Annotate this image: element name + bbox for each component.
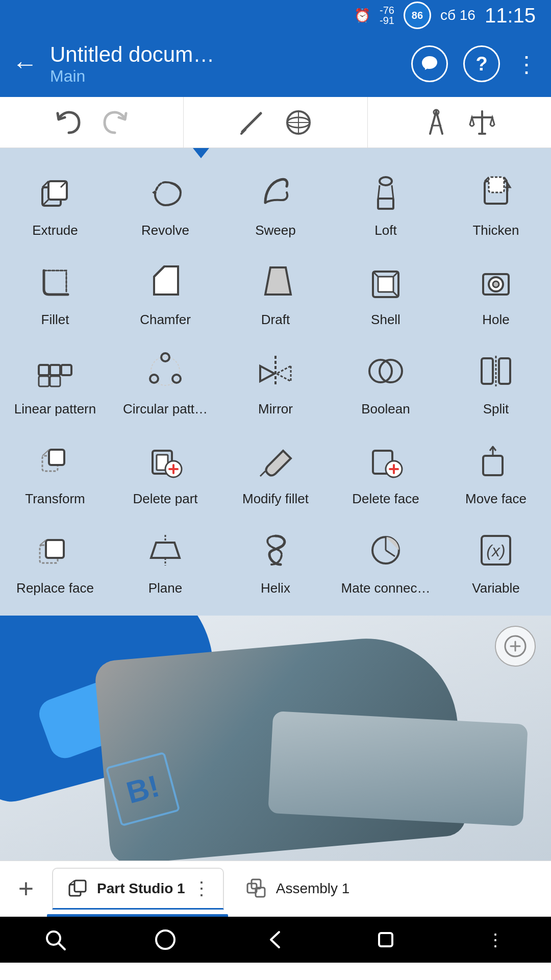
svg-rect-23 xyxy=(489,177,504,192)
feature-linear-pattern[interactable]: Linear pattern xyxy=(0,337,110,426)
undo-button[interactable] xyxy=(51,105,87,140)
svg-marker-49 xyxy=(277,366,291,381)
linear-pattern-icon xyxy=(32,348,78,394)
feature-sweep[interactable]: Sweep xyxy=(220,158,331,248)
helix-icon xyxy=(253,527,298,573)
thicken-icon xyxy=(473,169,519,215)
features-row-5: Replace face Plane Helix xyxy=(0,516,551,605)
feature-draft[interactable]: Draft xyxy=(220,248,331,337)
hole-icon xyxy=(473,259,519,305)
feature-thicken[interactable]: Thicken xyxy=(441,158,551,248)
svg-marker-26 xyxy=(154,266,178,295)
tab-active-indicator xyxy=(47,914,228,917)
more-menu-button[interactable]: ⋮ xyxy=(515,51,539,77)
mate-connector-label: Mate connec… xyxy=(341,580,431,596)
transform-label: Transform xyxy=(25,491,85,507)
feature-loft[interactable]: Loft xyxy=(331,158,441,248)
day-label: сб 16 xyxy=(440,7,475,23)
loft-label: Loft xyxy=(374,223,396,238)
add-tab-button[interactable]: + xyxy=(8,871,44,906)
draft-icon xyxy=(253,259,298,305)
svg-point-45 xyxy=(172,375,181,383)
svg-rect-85 xyxy=(74,880,86,892)
recent-nav-button[interactable] xyxy=(365,919,406,960)
move-face-label: Move face xyxy=(465,491,527,507)
feature-mate-connector[interactable]: Mate connec… xyxy=(331,516,441,605)
feature-variable[interactable]: (x) Variable xyxy=(441,516,551,605)
fillet-icon xyxy=(32,259,78,305)
android-nav-bar: ⋮ xyxy=(0,917,551,963)
feature-delete-face[interactable]: Delete face xyxy=(331,427,441,516)
feature-hole[interactable]: Hole xyxy=(441,248,551,337)
svg-point-37 xyxy=(493,281,499,287)
help-button[interactable]: ? xyxy=(463,45,500,82)
mirror-label: Mirror xyxy=(258,401,293,417)
replace-face-icon xyxy=(32,527,78,573)
delete-part-icon xyxy=(142,438,188,484)
extrude-label: Extrude xyxy=(32,223,78,238)
more-nav-button[interactable]: ⋮ xyxy=(475,919,516,960)
feature-extrude[interactable]: Extrude xyxy=(0,158,110,248)
transform-icon xyxy=(32,438,78,484)
feature-replace-face[interactable]: Replace face xyxy=(0,516,110,605)
feature-circular-pattern[interactable]: Circular patt… xyxy=(110,337,220,426)
svg-rect-31 xyxy=(378,277,393,292)
signal-bottom: -91 xyxy=(380,15,394,26)
back-button[interactable]: ← xyxy=(12,49,38,79)
features-row-4: Transform Delete part Modif xyxy=(0,427,551,516)
redo-button[interactable] xyxy=(97,105,133,140)
viewport-action-button[interactable] xyxy=(495,626,536,667)
feature-fillet[interactable]: Fillet xyxy=(0,248,110,337)
comment-button[interactable] xyxy=(411,45,448,82)
feature-boolean[interactable]: Boolean xyxy=(331,337,441,426)
svg-marker-73 xyxy=(151,543,180,558)
feature-plane[interactable]: Plane xyxy=(110,516,220,605)
feature-shell[interactable]: Shell xyxy=(331,248,441,337)
modify-fillet-icon xyxy=(253,438,298,484)
feature-chamfer[interactable]: Chamfer xyxy=(110,248,220,337)
part-studio-more-button[interactable]: ⋮ xyxy=(192,878,211,899)
modify-fillet-label: Modify fillet xyxy=(242,491,309,507)
svg-rect-53 xyxy=(499,358,510,384)
back-nav-button[interactable] xyxy=(255,919,296,960)
part-studio-tab[interactable]: Part Studio 1 ⋮ xyxy=(52,868,224,910)
svg-rect-18 xyxy=(378,199,393,209)
svg-point-19 xyxy=(380,177,392,185)
viewport: B! xyxy=(0,616,551,861)
feature-transform[interactable]: Transform xyxy=(0,427,110,516)
measure-button[interactable] xyxy=(418,105,454,140)
svg-line-91 xyxy=(59,943,65,949)
move-face-icon xyxy=(473,438,519,484)
chamfer-icon xyxy=(142,259,188,305)
feature-delete-part[interactable]: Delete part xyxy=(110,427,220,516)
feature-modify-fillet[interactable]: Modify fillet xyxy=(220,427,331,516)
sketch-button[interactable] xyxy=(235,105,270,140)
svg-rect-38 xyxy=(39,365,49,375)
feature-helix[interactable]: Helix xyxy=(220,516,331,605)
svg-rect-41 xyxy=(39,376,49,386)
app-bar-actions: ? ⋮ xyxy=(411,45,539,82)
assembly-tab[interactable]: Assembly 1 xyxy=(232,868,362,910)
feature-revolve[interactable]: Revolve xyxy=(110,158,220,248)
title-group: Untitled docum… Main xyxy=(50,42,399,86)
time-label: 11:15 xyxy=(485,4,536,27)
sphere-button[interactable] xyxy=(281,105,316,140)
delete-face-icon xyxy=(363,438,409,484)
circular-pattern-icon xyxy=(142,348,188,394)
app-bar: ← Untitled docum… Main ? ⋮ xyxy=(0,31,551,97)
feature-mirror[interactable]: Mirror xyxy=(220,337,331,426)
svg-rect-93 xyxy=(379,933,392,946)
measure-section xyxy=(368,97,551,148)
search-nav-button[interactable] xyxy=(35,919,76,960)
delete-part-label: Delete part xyxy=(133,491,197,507)
home-nav-button[interactable] xyxy=(145,919,186,960)
svg-rect-68 xyxy=(483,456,503,475)
variable-icon: (x) xyxy=(473,527,519,573)
balance-button[interactable] xyxy=(464,105,500,140)
svg-line-21 xyxy=(392,185,393,199)
feature-split[interactable]: Split xyxy=(441,337,551,426)
feature-move-face[interactable]: Move face xyxy=(441,427,551,516)
alarm-icon: ⏰ xyxy=(354,8,370,23)
mirror-icon xyxy=(253,348,298,394)
circular-pattern-label: Circular patt… xyxy=(123,401,208,417)
